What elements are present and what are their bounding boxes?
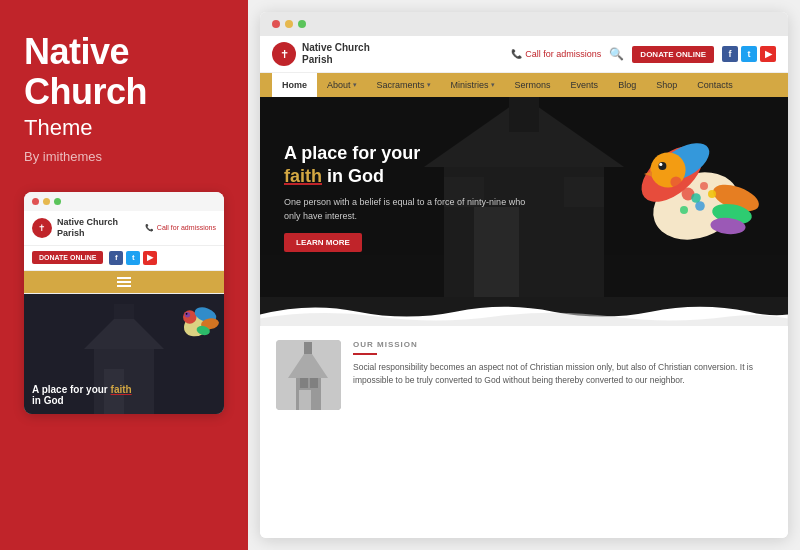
site-logo: ✝ Native Church Parish [272, 42, 370, 66]
mission-church-image [276, 340, 341, 410]
theme-title: Native Church Theme By imithemes [24, 32, 224, 164]
browser-window: ✝ Native Church Parish 📞 Call for admiss… [260, 12, 788, 538]
svg-point-29 [658, 162, 666, 170]
learn-more-button[interactable]: LEARN MORE [284, 233, 362, 252]
site-logo-text: Native Church Parish [302, 42, 370, 66]
hamburger-icon [117, 277, 131, 287]
svg-rect-40 [299, 390, 311, 410]
mission-label: OUR MISSION [353, 340, 772, 349]
nav-item-blog[interactable]: Blog [608, 73, 646, 97]
mobile-facebook-icon[interactable]: f [109, 251, 123, 265]
twitter-icon[interactable]: t [741, 46, 757, 62]
site-header-right: 📞 Call for admissions 🔍 DONATE ONLINE f … [511, 46, 776, 63]
nav-item-sermons[interactable]: Sermons [505, 73, 561, 97]
svg-point-6 [183, 310, 197, 324]
mission-image [276, 340, 341, 410]
svg-point-34 [691, 193, 701, 203]
facebook-icon[interactable]: f [722, 46, 738, 62]
mobile-logo: ✝ Native Church Parish [32, 217, 118, 239]
svg-point-11 [186, 313, 188, 315]
svg-rect-41 [300, 378, 308, 388]
site-nav: Home About ▾ Sacraments ▾ Ministries ▾ S… [260, 73, 788, 97]
title-line1: Native [24, 31, 129, 72]
svg-rect-39 [304, 342, 312, 354]
nav-item-home[interactable]: Home [272, 73, 317, 97]
nav-item-sacraments[interactable]: Sacraments ▾ [367, 73, 441, 97]
traffic-dot-yellow [43, 198, 50, 205]
svg-rect-42 [310, 378, 318, 388]
mobile-youtube-icon[interactable]: ▶ [143, 251, 157, 265]
mission-divider [353, 353, 377, 355]
mobile-hero-text: A place for your faith in God [32, 384, 132, 406]
mobile-donate-button[interactable]: DONATE ONLINE [32, 251, 103, 264]
svg-point-35 [708, 190, 716, 198]
site-header: ✝ Native Church Parish 📞 Call for admiss… [260, 36, 788, 73]
faith-word: faith [284, 166, 322, 186]
svg-point-33 [700, 182, 708, 190]
traffic-dot-green [54, 198, 61, 205]
youtube-icon[interactable]: ▶ [760, 46, 776, 62]
mobile-hamburger[interactable] [24, 271, 224, 294]
site-logo-icon: ✝ [272, 42, 296, 66]
mission-section: OUR MISSION Social responsibility become… [260, 326, 788, 538]
svg-point-28 [680, 206, 688, 214]
mobile-twitter-icon[interactable]: t [126, 251, 140, 265]
nav-item-ministries[interactable]: Ministries ▾ [441, 73, 505, 97]
mobile-social-icons: f t ▶ [109, 251, 157, 265]
search-icon[interactable]: 🔍 [609, 47, 624, 61]
svg-point-10 [185, 312, 190, 317]
phone-icon: 📞 [145, 224, 154, 232]
theme-subtitle: Theme [24, 115, 224, 141]
nav-item-contacts[interactable]: Contacts [687, 73, 743, 97]
hero-content: A place for your faith in God One person… [260, 142, 550, 253]
mobile-traffic-lights [24, 192, 224, 211]
browser-dot-yellow [285, 20, 293, 28]
svg-rect-18 [564, 177, 604, 207]
hero-bird-decoration [608, 102, 768, 262]
nav-item-about[interactable]: About ▾ [317, 73, 367, 97]
mobile-logo-icon: ✝ [32, 218, 52, 238]
mission-text: Social responsibility becomes an aspect … [353, 361, 772, 387]
donate-button[interactable]: DONATE ONLINE [632, 46, 714, 63]
svg-rect-15 [509, 97, 539, 132]
phone-icon: 📞 [511, 49, 522, 59]
nav-item-events[interactable]: Events [561, 73, 609, 97]
hero-section: A place for your faith in God One person… [260, 97, 788, 297]
hero-title: A place for your faith in God [284, 142, 526, 189]
call-for-admissions[interactable]: 📞 Call for admissions [511, 49, 601, 59]
theme-by: By imithemes [24, 149, 224, 164]
traffic-dot-red [32, 198, 39, 205]
left-panel: Native Church Theme By imithemes ✝ Nativ… [0, 0, 248, 550]
mobile-hero: A place for your faith in God [24, 294, 224, 414]
browser-titlebar [260, 12, 788, 36]
title-line2: Church [24, 71, 147, 112]
hero-subtitle: One person with a belief is equal to a f… [284, 196, 526, 223]
mission-content: OUR MISSION Social responsibility become… [353, 340, 772, 524]
right-panel: ✝ Native Church Parish 📞 Call for admiss… [248, 0, 800, 550]
social-icons: f t ▶ [722, 46, 776, 62]
mobile-donate-row: DONATE ONLINE f t ▶ [24, 246, 224, 271]
svg-rect-3 [114, 304, 134, 319]
svg-point-30 [659, 163, 662, 166]
browser-dot-red [272, 20, 280, 28]
mobile-preview: ✝ Native Church Parish 📞 Call for admiss… [24, 192, 224, 414]
mobile-logo-text: Native Church Parish [57, 217, 118, 239]
browser-dot-green [298, 20, 306, 28]
svg-point-32 [670, 176, 681, 187]
wave-divider [260, 297, 788, 326]
mobile-phone: 📞 Call for admissions [145, 224, 216, 232]
mobile-bird-icon [174, 299, 219, 344]
mobile-header: ✝ Native Church Parish 📞 Call for admiss… [24, 211, 224, 246]
nav-item-shop[interactable]: Shop [646, 73, 687, 97]
